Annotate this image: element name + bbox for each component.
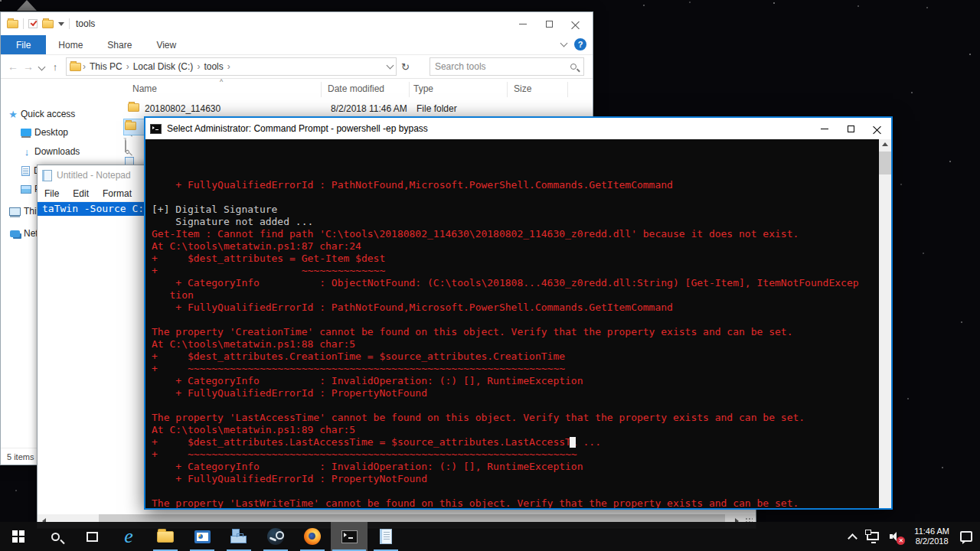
- steam-icon: [267, 528, 284, 545]
- back-icon[interactable]: ←: [5, 60, 21, 73]
- console-line: [+] Digital Signature: [152, 204, 879, 216]
- item-count: 5 items: [7, 452, 34, 461]
- tab-view[interactable]: View: [144, 35, 188, 54]
- system-tray: ✕ 11:46 AM 8/2/2018: [849, 522, 980, 551]
- column-size[interactable]: Size: [514, 83, 531, 94]
- scroll-up-icon[interactable]: [882, 142, 888, 146]
- console-cursor: [570, 437, 576, 448]
- windows-logo-icon: [12, 530, 24, 543]
- tab-file[interactable]: File: [1, 35, 46, 54]
- firefox-icon: [304, 528, 321, 545]
- breadcrumb-local-disk[interactable]: Local Disk (C:): [131, 61, 196, 72]
- file-name[interactable]: 20180802_114630: [145, 103, 220, 114]
- notepad-app-icon: [42, 170, 52, 181]
- cmd-app-icon: [150, 124, 162, 134]
- minimize-button[interactable]: [812, 120, 838, 137]
- folder-icon[interactable]: [125, 122, 136, 130]
- column-type[interactable]: Type: [413, 83, 433, 94]
- sidebar-item-quick-access[interactable]: ★ Quick access: [5, 106, 126, 122]
- desktop-icon-partial[interactable]: [17, 0, 37, 11]
- column-date-modified[interactable]: Date modified: [328, 83, 384, 94]
- address-dropdown-icon[interactable]: [387, 62, 394, 70]
- sort-ascending-icon: ^: [220, 78, 223, 86]
- refresh-icon[interactable]: ↻: [401, 61, 410, 73]
- clock-date: 8/2/2018: [914, 536, 949, 546]
- console-line: + $dest_attributes = Get-Item $dest: [152, 253, 879, 265]
- breadcrumb-this-pc[interactable]: This PC: [87, 61, 125, 72]
- taskbar-system-app[interactable]: [184, 522, 220, 551]
- console-output[interactable]: + FullyQualifiedErrorId : PathNotFound,M…: [145, 139, 879, 508]
- console-line: Get-Item : Cannot find path 'C:\tools\20…: [152, 228, 879, 240]
- column-name[interactable]: Name: [132, 83, 157, 94]
- start-button[interactable]: [0, 522, 37, 551]
- maximize-button[interactable]: [536, 15, 562, 32]
- console-line: At C:\tools\metatwin.ps1:88 char:5: [152, 338, 879, 350]
- minimize-button[interactable]: [510, 15, 536, 32]
- console-line: + ~~~~~~~~~~~~~~: [152, 265, 879, 277]
- task-view-button[interactable]: [74, 522, 110, 551]
- hidden-icons-chevron-icon[interactable]: [848, 533, 858, 543]
- taskbar-search-button[interactable]: [37, 522, 74, 551]
- help-icon[interactable]: ?: [574, 38, 586, 51]
- search-icon[interactable]: [570, 64, 577, 70]
- up-icon[interactable]: ↑: [47, 61, 63, 73]
- taskbar-admin-toolbox[interactable]: [220, 522, 257, 551]
- search-box[interactable]: Search tools: [430, 57, 584, 76]
- taskbar-internet-explorer[interactable]: e: [110, 522, 147, 551]
- explorer-title-bar[interactable]: tools: [1, 12, 593, 35]
- taskbar-file-explorer[interactable]: [147, 522, 184, 551]
- this-pc-icon: [9, 207, 21, 216]
- vertical-scrollbar[interactable]: [879, 139, 891, 508]
- network-icon[interactable]: [867, 532, 879, 540]
- mute-badge: ✕: [897, 536, 905, 545]
- tab-home[interactable]: Home: [46, 35, 95, 54]
- console-line: + FullyQualifiedErrorId : PathNotFound,M…: [152, 179, 879, 191]
- console-line: [152, 191, 879, 204]
- action-center-icon[interactable]: [960, 531, 972, 542]
- downloads-icon: ↓: [19, 146, 34, 158]
- table-row[interactable]: 20180802_114630 8/2/2018 11:46 AM File f…: [125, 102, 676, 117]
- customize-dropdown-icon[interactable]: [58, 22, 64, 26]
- breadcrumb-tools[interactable]: tools: [201, 61, 225, 72]
- console-line: [152, 314, 879, 326]
- menu-file[interactable]: File: [38, 188, 66, 199]
- expand-ribbon-icon[interactable]: [560, 40, 568, 47]
- recent-locations-icon[interactable]: [38, 63, 46, 70]
- pictures-icon: [21, 185, 31, 194]
- explorer-app-icon: [7, 20, 18, 28]
- quick-access-toolbar: [1, 18, 70, 29]
- command-prompt-window: Select Administrator: Command Prompt - p…: [144, 116, 893, 510]
- taskbar-command-prompt[interactable]: [331, 522, 368, 551]
- address-bar[interactable]: › This PC › Local Disk (C:) › tools ›: [66, 57, 397, 76]
- console-line: + $dest_attributes.CreationTime = $sourc…: [152, 350, 879, 363]
- folder-icon[interactable]: [42, 20, 54, 28]
- desktop-icon: [21, 129, 31, 136]
- folder-icon: [128, 103, 139, 112]
- menu-format[interactable]: Format: [96, 188, 139, 199]
- divider: [69, 18, 70, 29]
- taskbar-clock[interactable]: 11:46 AM 8/2/2018: [914, 527, 949, 546]
- taskbar: e ✕ 11:46 AM 8/2/2018: [0, 522, 980, 551]
- taskbar-steam[interactable]: [257, 522, 294, 551]
- close-button[interactable]: [562, 15, 588, 32]
- desktop: tools File Home Share View ? ← → ↑: [0, 0, 980, 551]
- cmd-title-bar[interactable]: Select Administrator: Command Prompt - p…: [145, 118, 891, 139]
- forward-icon[interactable]: →: [21, 60, 36, 73]
- breadcrumb-separator: ›: [125, 61, 131, 72]
- close-button[interactable]: [864, 120, 890, 137]
- internet-explorer-icon: e: [124, 528, 133, 545]
- volume-muted-icon[interactable]: ✕: [890, 532, 903, 543]
- console-line: The property 'LastWriteTime' cannot be f…: [152, 497, 879, 508]
- tab-share[interactable]: Share: [95, 35, 144, 54]
- file-date: 8/2/2018 11:46 AM: [331, 103, 407, 114]
- taskbar-notepad[interactable]: [368, 522, 404, 551]
- file-icon[interactable]: [125, 138, 126, 152]
- checkmark-icon[interactable]: [28, 19, 38, 28]
- documents-icon: [21, 166, 30, 176]
- console-line: At C:\tools\metatwin.ps1:89 char:5: [152, 424, 879, 436]
- menu-edit[interactable]: Edit: [66, 188, 96, 199]
- scrollbar-thumb[interactable]: [879, 152, 891, 174]
- maximize-button[interactable]: [838, 120, 864, 137]
- taskbar-firefox[interactable]: [294, 522, 331, 551]
- command-prompt-icon: [341, 530, 358, 543]
